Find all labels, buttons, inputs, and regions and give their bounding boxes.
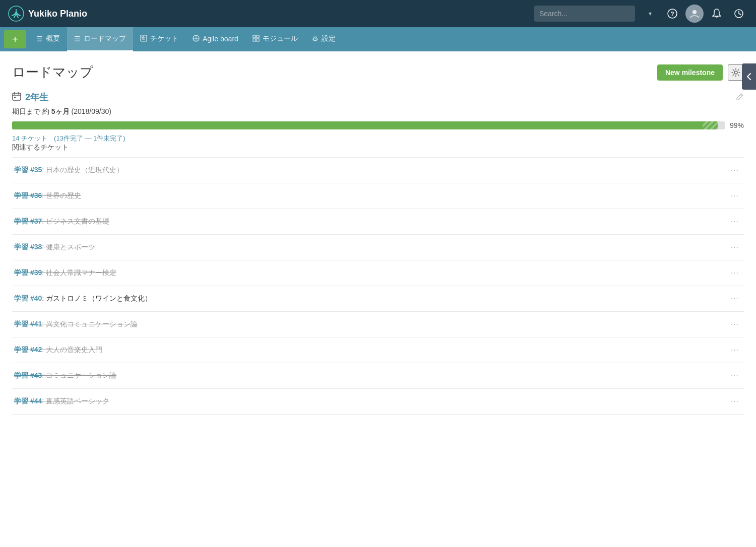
search-input[interactable]	[534, 6, 635, 22]
roadmap-icon: ☰	[74, 35, 81, 43]
page-title: ロードマップ	[12, 63, 93, 81]
svg-point-12	[734, 71, 737, 74]
nav-modules-label: モジュール	[263, 34, 298, 43]
nav-overview-label: 概要	[46, 34, 60, 43]
user-avatar[interactable]	[685, 5, 704, 23]
svg-point-1	[15, 12, 18, 15]
nav-modules[interactable]: モジュール	[245, 27, 305, 51]
nav-settings-label: 設定	[322, 34, 336, 43]
svg-point-4	[692, 10, 697, 14]
svg-rect-9	[257, 35, 259, 38]
nav-icons: ▾ ?	[641, 5, 748, 23]
ticket-link[interactable]: 学習 #41: 異文化コミュニケーション論	[14, 320, 138, 329]
ticket-list: 学習 #35: 日本の歴史（近現代史）···学習 #36: 世界の歴史···学習…	[12, 157, 744, 415]
user-icon	[689, 9, 700, 19]
ticket-item: 学習 #37: ビジネス文書の基礎···	[12, 209, 744, 235]
svg-rect-14	[14, 97, 16, 98]
progress-bar	[12, 121, 725, 129]
edit-icon[interactable]	[736, 93, 744, 102]
ticket-more-button[interactable]: ···	[728, 370, 742, 381]
notification-button[interactable]	[708, 5, 726, 23]
ticket-more-button[interactable]: ···	[728, 319, 742, 330]
gear-icon	[731, 68, 740, 77]
milestone-due: 期日まで 約 5ヶ月 (2018/09/30)	[12, 107, 744, 116]
new-milestone-button[interactable]: New milestone	[657, 64, 723, 81]
dropdown-button[interactable]: ▾	[641, 5, 659, 23]
page-header: ロードマップ New milestone	[12, 63, 744, 81]
milestone-section: 2年生 期日まで 約 5ヶ月 (2018/09/30) 99%	[12, 91, 744, 415]
ticket-item: 学習 #36: 世界の歴史···	[12, 183, 744, 209]
overview-icon: ☰	[36, 35, 43, 43]
nav-agile[interactable]: Agile board	[185, 27, 245, 51]
ticket-more-button[interactable]: ···	[728, 345, 742, 356]
ticket-link[interactable]: 学習 #42: 大人の音楽史入門	[14, 346, 102, 355]
svg-rect-13	[13, 93, 21, 100]
svg-rect-8	[253, 35, 256, 38]
nav-tickets-label: チケット	[150, 34, 178, 43]
nav-agile-label: Agile board	[203, 35, 238, 43]
nav-settings[interactable]: ⚙ 設定	[305, 27, 343, 51]
modules-icon	[253, 35, 260, 43]
sub-nav: + ☰ 概要 ☰ ロードマップ チケット Agile board	[0, 27, 756, 51]
ticket-more-button[interactable]: ···	[728, 165, 742, 176]
clock-icon	[734, 9, 744, 19]
progress-bar-fill	[12, 121, 718, 129]
bell-icon	[712, 9, 721, 19]
ticket-summary[interactable]: 14 チケット (13件完了 — 1件未完了)	[12, 134, 125, 142]
ticket-more-button[interactable]: ···	[728, 216, 742, 227]
ticket-link[interactable]: 学習 #40: ガストロノミ（ワインと食文化）	[14, 294, 152, 303]
progress-container: 99%	[12, 121, 744, 129]
nav-overview[interactable]: ☰ 概要	[29, 27, 67, 51]
svg-rect-11	[257, 39, 259, 41]
agile-icon	[193, 35, 200, 43]
ticket-item: 学習 #41: 異文化コミュニケーション論···	[12, 312, 744, 337]
clock-button[interactable]	[730, 5, 748, 23]
milestone-header: 2年生	[12, 91, 744, 103]
app-title: Yukiko Planio	[28, 9, 87, 19]
ticket-more-button[interactable]: ···	[728, 293, 742, 304]
ticket-item: 学習 #39: 社会人常識マナー検定···	[12, 260, 744, 286]
settings-nav-icon: ⚙	[312, 35, 319, 43]
ticket-item: 学習 #38: 健康とスポーツ···	[12, 235, 744, 260]
ticket-link[interactable]: 学習 #43: コミュニケーション論	[14, 371, 116, 380]
ticket-link[interactable]: 学習 #38: 健康とスポーツ	[14, 243, 95, 252]
ticket-link[interactable]: 学習 #37: ビジネス文書の基礎	[14, 217, 109, 226]
logo-icon	[8, 6, 24, 22]
ticket-item: 学習 #44: 直感英語ベーシック···	[12, 389, 744, 415]
ticket-link[interactable]: 学習 #36: 世界の歴史	[14, 191, 81, 200]
main-content: ロードマップ New milestone	[0, 51, 756, 547]
help-button[interactable]: ?	[663, 5, 681, 23]
milestone-name[interactable]: 2年生	[25, 91, 48, 103]
ticket-item: 学習 #43: コミュニケーション論···	[12, 363, 744, 389]
side-panel-toggle[interactable]	[742, 63, 756, 90]
page-actions: New milestone	[657, 64, 744, 81]
nav-roadmap[interactable]: ☰ ロードマップ	[67, 27, 133, 51]
ticket-link[interactable]: 学習 #35: 日本の歴史（近現代史）	[14, 166, 123, 175]
ticket-more-button[interactable]: ···	[728, 190, 742, 201]
ticket-item: 学習 #42: 大人の音楽史入門···	[12, 337, 744, 363]
ticket-item: 学習 #40: ガストロノミ（ワインと食文化）···	[12, 286, 744, 312]
ticket-more-button[interactable]: ···	[728, 242, 742, 253]
nav-tickets[interactable]: チケット	[133, 27, 185, 51]
ticket-link[interactable]: 学習 #44: 直感英語ベーシック	[14, 397, 109, 406]
milestone-title-row: 2年生	[12, 91, 48, 103]
ticket-link[interactable]: 学習 #39: 社会人常識マナー検定	[14, 268, 116, 278]
related-tickets-label: 関連するチケット	[12, 143, 744, 152]
tickets-icon	[140, 35, 147, 43]
calendar-icon	[12, 92, 21, 103]
help-icon: ?	[667, 9, 677, 19]
logo-area: Yukiko Planio	[8, 6, 87, 22]
ticket-item: 学習 #35: 日本の歴史（近現代史）···	[12, 158, 744, 183]
progress-label: 99%	[730, 121, 744, 129]
add-button[interactable]: +	[4, 30, 26, 48]
ticket-more-button[interactable]: ···	[728, 267, 742, 279]
top-nav: Yukiko Planio ▾ ?	[0, 0, 756, 27]
svg-rect-10	[253, 39, 256, 41]
svg-text:?: ?	[670, 11, 674, 18]
chevron-left-icon	[746, 73, 751, 81]
progress-stripe	[703, 121, 718, 129]
ticket-more-button[interactable]: ···	[728, 396, 742, 407]
nav-roadmap-label: ロードマップ	[84, 34, 126, 43]
